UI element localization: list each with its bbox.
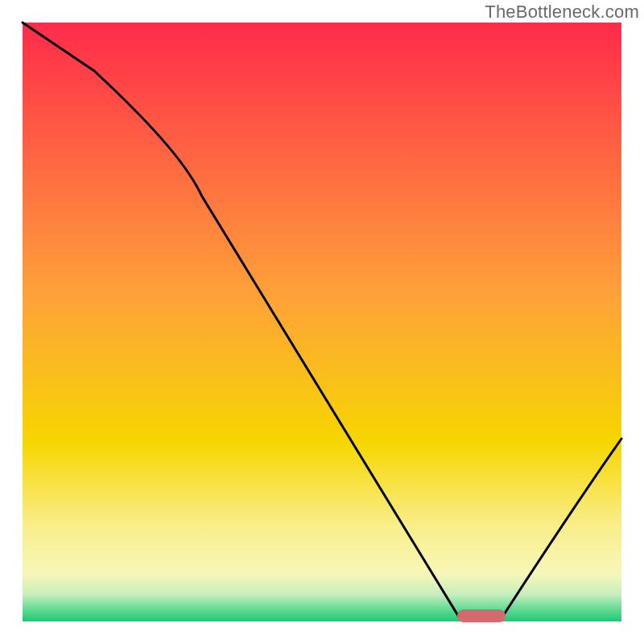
gradient-background xyxy=(23,23,621,621)
chart-svg xyxy=(0,0,644,644)
chart-container: TheBottleneck.com xyxy=(0,0,644,644)
plot-area xyxy=(23,23,621,622)
optimum-marker xyxy=(457,609,506,622)
watermark-text: TheBottleneck.com xyxy=(485,2,639,23)
